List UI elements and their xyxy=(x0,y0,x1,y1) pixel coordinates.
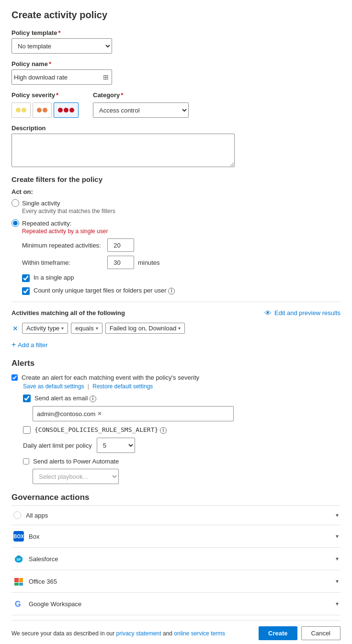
sms-alert-checkbox[interactable] xyxy=(23,426,31,434)
filter-remove-btn[interactable]: ✕ xyxy=(11,325,19,332)
minutes-label: minutes xyxy=(138,259,160,266)
google-icon: G xyxy=(13,599,24,609)
governance-section: Governance actions All apps ▾ BOX Box ▾ xyxy=(11,493,341,615)
severity-group: Policy severity* xyxy=(11,91,79,118)
severity-low-btn[interactable] xyxy=(11,102,31,118)
chevron-down-icon-2: ▾ xyxy=(96,326,98,331)
remove-email-tag[interactable]: ✕ xyxy=(97,410,102,417)
restore-default-link[interactable]: Restore default settings xyxy=(92,383,153,390)
policy-name-wrapper: ⊞ xyxy=(11,69,112,85)
svg-text:SF: SF xyxy=(17,558,22,561)
create-alert-checkbox[interactable] xyxy=(11,374,18,381)
category-label: Category* xyxy=(93,91,189,99)
severity-label: Policy severity* xyxy=(11,91,79,99)
send-email-row: Send alert as email i xyxy=(23,395,341,402)
svg-rect-5 xyxy=(14,578,19,582)
single-app-label: In a single app xyxy=(34,274,74,281)
count-unique-info-icon[interactable]: i xyxy=(168,288,175,294)
policy-template-group: Policy template* No template xyxy=(11,29,341,54)
repeated-activity-row: Repeated activity: xyxy=(11,219,341,227)
power-automate-checkbox[interactable] xyxy=(23,458,29,464)
repeated-activity-label: Repeated activity: xyxy=(22,220,71,227)
email-tag-input[interactable]: admin@contoso.com ✕ xyxy=(33,406,234,421)
footer-actions: Create Cancel xyxy=(259,626,341,640)
office365-icon xyxy=(13,576,24,587)
sev-dot-high-3 xyxy=(69,108,74,113)
page-container: Create activity policy Policy template* … xyxy=(0,0,352,644)
footer-bar: We secure your data as described in our … xyxy=(11,620,341,644)
single-app-checkbox[interactable] xyxy=(22,274,30,282)
all-apps-left: All apps xyxy=(13,511,48,519)
google-chevron: ▾ xyxy=(336,600,339,607)
office365-row[interactable]: Office 365 ▾ xyxy=(11,570,341,593)
single-activity-desc: Every activity that matches the filters xyxy=(22,208,341,215)
alert-links: Save as default settings | Restore defau… xyxy=(23,383,341,390)
within-timeframe-row: Within timeframe: minutes xyxy=(22,256,341,269)
policy-template-select[interactable]: No template xyxy=(11,38,112,54)
send-email-checkbox[interactable] xyxy=(23,395,31,402)
count-unique-checkbox-row: Count only unique target files or folder… xyxy=(22,287,341,295)
salesforce-name: Salesforce xyxy=(29,555,58,563)
power-automate-row: Send alerts to Power Automate xyxy=(23,458,341,465)
single-activity-radio[interactable] xyxy=(11,199,19,207)
min-repeated-input[interactable] xyxy=(107,238,134,252)
count-unique-label: Count only unique target files or folder… xyxy=(34,287,175,294)
all-apps-name: All apps xyxy=(26,512,48,519)
salesforce-row[interactable]: SF Salesforce ▾ xyxy=(11,548,341,570)
filter-chip-field[interactable]: Activity type ▾ xyxy=(22,323,68,334)
playbook-select[interactable]: Select playbook... xyxy=(33,469,119,484)
office365-row-left: Office 365 xyxy=(13,576,57,587)
filter-chips-row: ✕ Activity type ▾ equals ▾ Failed log on… xyxy=(11,323,341,334)
severity-medium-btn[interactable] xyxy=(33,102,52,118)
google-row[interactable]: G Google Workspace ▾ xyxy=(11,593,341,615)
send-email-info-icon[interactable]: i xyxy=(90,395,96,402)
min-repeated-label: Minimum repeated activities: xyxy=(22,242,103,249)
all-apps-radio-icon xyxy=(13,511,21,519)
repeated-activity-radio[interactable] xyxy=(11,219,19,227)
svg-text:G: G xyxy=(15,600,21,608)
daily-limit-select[interactable]: 5 1 10 20 50 xyxy=(97,438,135,453)
sev-dot-med-1 xyxy=(37,108,42,113)
terms-link[interactable]: online service terms xyxy=(174,630,225,637)
daily-limit-label: Daily alert limit per policy xyxy=(23,442,92,449)
google-row-left: G Google Workspace xyxy=(13,599,81,609)
filters-section-title: Create filters for the policy xyxy=(11,175,341,183)
within-timeframe-label: Within timeframe: xyxy=(22,259,103,266)
alerts-section: Alerts Create an alert for each matching… xyxy=(11,359,341,484)
box-chevron: ▾ xyxy=(336,533,339,540)
salesforce-icon: SF xyxy=(13,554,24,564)
sms-alert-row: {CONSOLE_POLICIES_RULE_SMS_ALERT} i xyxy=(23,426,341,434)
eye-icon: 👁 xyxy=(264,309,272,317)
salesforce-row-left: SF Salesforce xyxy=(13,554,58,564)
footer-text: We secure your data as described in our … xyxy=(11,630,225,637)
all-apps-chevron: ▾ xyxy=(336,512,339,519)
add-filter-btn[interactable]: + Add a filter xyxy=(11,339,48,351)
box-name: Box xyxy=(29,533,39,540)
section-divider-1 xyxy=(11,302,341,302)
create-alert-row: Create an alert for each matching event … xyxy=(11,374,341,381)
svg-rect-7 xyxy=(14,583,19,586)
app-accordion: All apps ▾ BOX Box ▾ xyxy=(11,505,341,615)
box-row[interactable]: BOX Box ▾ xyxy=(11,525,341,548)
send-email-label: Send alert as email i xyxy=(34,395,96,402)
privacy-link[interactable]: privacy statement xyxy=(116,630,161,637)
cancel-button[interactable]: Cancel xyxy=(301,626,341,640)
sms-info-icon[interactable]: i xyxy=(160,427,167,434)
create-button[interactable]: Create xyxy=(259,626,297,640)
filters-section: Create filters for the policy Act on: Si… xyxy=(11,175,341,295)
filter-chip-operator[interactable]: equals ▾ xyxy=(71,323,102,334)
alerts-title: Alerts xyxy=(11,359,341,368)
category-select[interactable]: Access control Threat detection Complian… xyxy=(93,102,189,118)
description-textarea[interactable] xyxy=(11,134,235,167)
count-unique-checkbox[interactable] xyxy=(22,287,30,295)
severity-high-btn[interactable] xyxy=(54,102,79,118)
within-timeframe-input[interactable] xyxy=(107,256,134,269)
all-apps-row[interactable]: All apps ▾ xyxy=(11,506,341,525)
policy-name-input[interactable] xyxy=(12,74,103,81)
sev-dot-med-2 xyxy=(43,108,47,113)
edit-preview-btn[interactable]: 👁 Edit and preview results xyxy=(264,309,341,317)
google-name: Google Workspace xyxy=(29,600,81,608)
save-default-link[interactable]: Save as default settings xyxy=(23,383,84,390)
filter-chip-value[interactable]: Failed log on, Download ▾ xyxy=(105,323,185,334)
sev-dot-high-2 xyxy=(64,108,68,113)
